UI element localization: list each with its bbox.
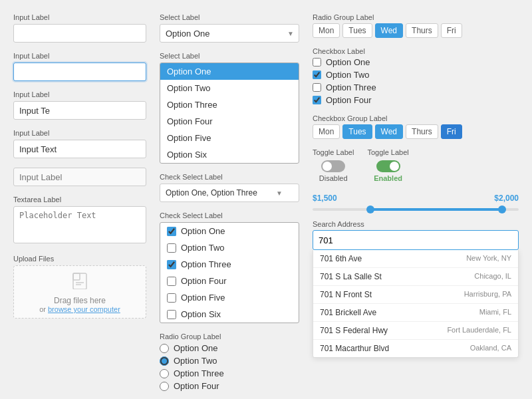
dropdown-item-option-two[interactable]: Option Two	[160, 80, 299, 96]
tag-mon[interactable]: Mon	[313, 23, 340, 38]
input-5[interactable]	[13, 168, 146, 186]
range-fill	[370, 208, 502, 211]
check-box-option-two[interactable]	[167, 243, 176, 253]
search-result-4[interactable]: 701 Brickell Ave Miami, FL	[313, 304, 518, 322]
input-4[interactable]	[13, 140, 146, 158]
toggle-thumb-disabled	[323, 162, 332, 171]
check-item-option-five[interactable]: Option Five	[160, 289, 299, 306]
check-item-option-six[interactable]: Option Six	[160, 306, 299, 323]
cb-tag-wed[interactable]: Wed	[375, 124, 403, 139]
cb-tag-thurs[interactable]: Thurs	[406, 124, 438, 139]
radio-option-four[interactable]: Option Four	[160, 381, 299, 391]
cb-option-two[interactable]: Option Two	[313, 70, 519, 80]
search-input[interactable]	[313, 230, 519, 250]
check-box-option-four[interactable]	[167, 277, 176, 286]
input-3[interactable]	[13, 101, 146, 120]
toggle-label-disabled-top: Toggle Label	[313, 148, 354, 156]
search-result-2[interactable]: 701 S La Salle St Chicago, IL	[313, 268, 518, 286]
cb-option-one[interactable]: Option One	[313, 57, 519, 67]
radio-option-three[interactable]: Option Three	[160, 368, 299, 378]
search-address-field: Search Address 701 6th Ave New York, NY …	[313, 220, 519, 358]
check-item-option-one[interactable]: Option One	[160, 223, 299, 239]
radio-input-option-four[interactable]	[160, 382, 169, 391]
upload-field: Upload Files Drag files here or browse y…	[13, 255, 146, 319]
tag-tues[interactable]: Tues	[342, 23, 372, 38]
toggle-thumb-enabled	[390, 162, 399, 171]
cb-option-three[interactable]: Option Three	[313, 82, 519, 92]
cb-input-option-three[interactable]	[313, 83, 321, 92]
radio-group-field: Radio Group Label Option One Option Two …	[160, 332, 299, 391]
input-field-5	[13, 168, 146, 186]
radio-input-option-two[interactable]	[160, 356, 169, 366]
textarea-input[interactable]	[13, 206, 146, 243]
toggle-enabled-wrap: Toggle Label Enabled	[367, 148, 408, 184]
check-item-option-four[interactable]: Option Four	[160, 273, 299, 289]
checkbox-group-field: Checkbox Label Option One Option Two Opt…	[313, 47, 519, 105]
select-label-2: Select Label	[160, 52, 299, 60]
check-box-option-one[interactable]	[167, 227, 176, 236]
cb-tag-fri[interactable]: Fri	[441, 124, 462, 139]
check-item-option-two[interactable]: Option Two	[160, 239, 299, 256]
radio-option-two[interactable]: Option Two	[160, 356, 299, 366]
search-result-3[interactable]: 701 N Front St Harrisburg, PA	[313, 286, 518, 304]
cb-input-option-four[interactable]	[313, 96, 321, 104]
check-box-option-five[interactable]	[167, 293, 176, 303]
check-box-option-six[interactable]	[167, 310, 176, 319]
dropdown-item-option-one[interactable]: Option One	[160, 63, 299, 80]
upload-icon	[70, 271, 89, 293]
dropdown-item-option-five[interactable]: Option Five	[160, 130, 299, 146]
input-1[interactable]	[13, 24, 146, 43]
check-box-option-three[interactable]	[167, 260, 176, 269]
radio-tag-group: Radio Group Label Mon Tues Wed Thurs Fri	[313, 13, 519, 38]
dropdown-item-option-three[interactable]: Option Three	[160, 96, 299, 113]
range-track[interactable]	[313, 208, 519, 211]
input-field-1: Input Label	[13, 13, 146, 43]
upload-dropzone[interactable]: Drag files here or browse your computer	[13, 265, 146, 319]
check-select-wrap-1: Option One, Option Three ▼	[160, 184, 299, 202]
input-label-4: Input Label	[13, 129, 146, 137]
select-field-2: Select Label Option One Option Two Optio…	[160, 52, 299, 164]
check-select-input-1[interactable]: Option One, Option Three ▼	[160, 184, 299, 202]
input-2[interactable]	[13, 63, 146, 81]
radio-group: Option One Option Two Option Three Optio…	[160, 343, 299, 391]
tag-wed[interactable]: Wed	[375, 23, 403, 38]
toggle-enabled[interactable]	[376, 160, 400, 172]
tag-thurs[interactable]: Thurs	[406, 23, 438, 38]
dropdown-item-option-six[interactable]: Option Six	[160, 146, 299, 163]
toggle-label-disabled-bottom: Disabled	[319, 174, 348, 182]
checkbox-tag-group-label: Checkbox Group Label	[313, 114, 519, 122]
browse-link[interactable]: browse your computer	[48, 305, 120, 313]
range-wrap: $1,500 $2,000	[313, 194, 519, 211]
check-select-arrow-1: ▼	[276, 190, 283, 197]
cb-option-four[interactable]: Option Four	[313, 95, 519, 105]
toggle-disabled[interactable]	[321, 160, 345, 172]
cb-tag-tues[interactable]: Tues	[342, 124, 372, 139]
drag-text: Drag files here	[54, 296, 106, 305]
cb-input-option-two[interactable]	[313, 70, 321, 79]
radio-input-option-three[interactable]	[160, 369, 169, 378]
checkbox-group: Option One Option Two Option Three Optio…	[313, 57, 519, 105]
toggle-label-enabled-bottom: Enabled	[374, 174, 402, 182]
cb-tag-mon[interactable]: Mon	[313, 124, 340, 139]
input-field-3: Input Label	[13, 90, 146, 120]
textarea-field: Textarea Label	[13, 196, 146, 245]
check-select-dropdown-2: Option One Option Two Option Three Optio…	[160, 222, 299, 323]
range-thumb-left[interactable]	[366, 205, 374, 213]
input-label-2: Input Label	[13, 52, 146, 60]
check-select-field-1: Check Select Label Option One, Option Th…	[160, 173, 299, 202]
radio-input-option-one[interactable]	[160, 344, 169, 353]
search-result-5[interactable]: 701 S Federal Hwy Fort Lauderdale, FL	[313, 322, 518, 340]
dropdown-item-option-four[interactable]: Option Four	[160, 113, 299, 130]
cb-input-option-one[interactable]	[313, 58, 321, 66]
check-select-value-1: Option One, Option Three	[166, 188, 257, 198]
toggle-row: Toggle Label Disabled Toggle Label Enabl…	[313, 148, 519, 184]
check-item-option-three[interactable]: Option Three	[160, 256, 299, 273]
tag-fri[interactable]: Fri	[441, 23, 462, 38]
search-wrap: 701 6th Ave New York, NY 701 S La Salle …	[313, 230, 519, 358]
radio-option-one[interactable]: Option One	[160, 343, 299, 353]
search-result-1[interactable]: 701 6th Ave New York, NY	[313, 250, 518, 268]
range-thumb-right[interactable]	[498, 205, 506, 213]
search-address-label: Search Address	[313, 220, 519, 228]
select-input-1[interactable]: Option One Option Two Option Three Optio…	[160, 24, 299, 43]
search-result-6[interactable]: 701 Macarthur Blvd Oakland, CA	[313, 340, 518, 357]
